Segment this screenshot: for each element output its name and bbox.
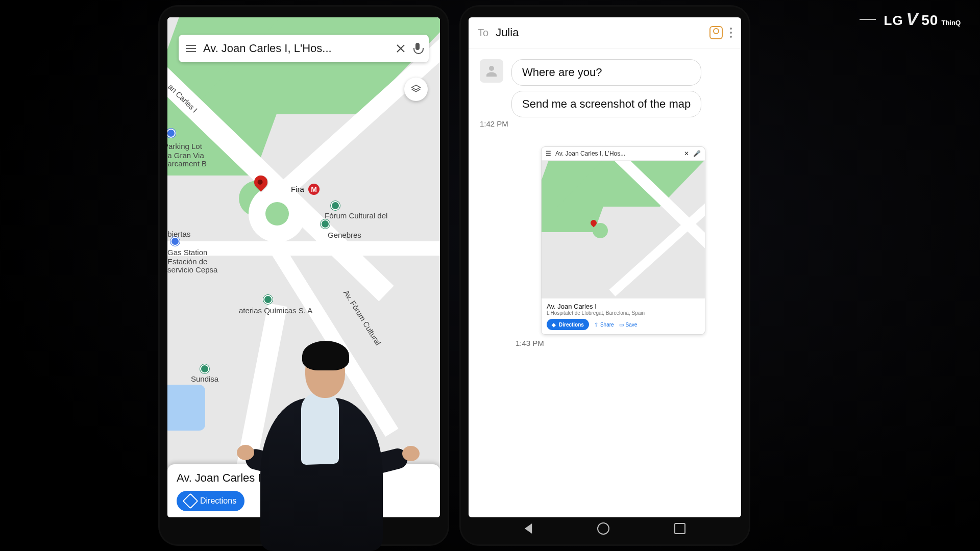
map-water [167,385,205,431]
layers-icon [410,84,422,95]
map-poi-genebres[interactable] [321,219,330,229]
map-road [167,242,440,255]
contact-icon[interactable] [709,26,723,39]
parking-icon [167,129,176,138]
layers-button[interactable] [404,78,428,101]
header-to-label: To [478,27,488,39]
attachment-footer: Av. Joan Carles I L'Hospitalet de Llobre… [542,298,705,334]
attachment-title: Av. Joan Carles I [547,303,700,310]
attachment-subtitle: L'Hospitalet de Llobregat, Barcelona, Sp… [547,310,700,316]
map-poi-gas-sub: Estación de [167,257,207,266]
presenter-hand [237,445,254,460]
attachment-directions-button[interactable]: ◆ Directions [547,319,589,330]
attachment-map [542,161,705,298]
nav-recents-icon[interactable] [674,523,685,534]
message-time: 1:43 PM [516,339,730,347]
map-poi-forum[interactable] [331,201,340,210]
clear-icon[interactable] [395,43,406,54]
metro-icon[interactable]: M [308,184,320,195]
presenter-hair [302,341,349,370]
mic-icon[interactable] [413,43,422,54]
map-poi-parking-label: Parking Lot [167,142,202,151]
map-poi-gas-sub2: servicio Cepsa [167,265,217,274]
map-roundabout-center [265,202,289,226]
attachment-share-button[interactable]: ⇪Share [594,322,614,328]
map-poi-ubiertas-label: ubiertas [167,230,190,238]
header-contact-name[interactable]: Julia [496,26,519,39]
directions-icon: ◆ [552,322,556,328]
poi-icon [263,295,273,304]
map-poi-parking[interactable] [167,129,176,138]
message-bubble[interactable]: Send me a screenshot of the map [511,91,701,117]
presenter-hand [402,446,420,461]
presentation-stage: LG V 50 ThinQ an Carle [0,0,980,551]
map-poi-sundisa[interactable] [200,364,209,373]
attachment-search-bar: ☰ Av. Joan Carles I, L'Hos... ✕ 🎤 [542,147,705,161]
map-poi-sundisa-label: Sundisa [191,374,218,383]
close-icon: ✕ [684,150,689,157]
brand-num: 50 [921,12,938,29]
map-poi-forum-label: Fòrum Cultural del [325,211,387,220]
menu-icon[interactable] [186,43,196,54]
map-pin-label: Fira [291,185,304,193]
poi-icon [200,364,209,373]
nav-bar-right [459,518,750,539]
presenter [225,332,419,551]
map-poi-quimicas-label: aterias Químicas S. A [239,306,312,315]
share-icon: ⇪ [594,322,598,328]
message-bubble[interactable]: Where are you? [511,59,701,86]
message-time: 1:42 PM [480,119,715,128]
nav-back-icon[interactable] [525,523,532,534]
map-poi-genebres-label: Genebres [328,231,361,239]
brand-badge: LG V 50 ThinQ [860,9,961,29]
overflow-icon[interactable] [730,28,732,38]
map-poi-quimicas[interactable] [263,295,273,304]
message-header: To Julia [469,17,741,48]
poi-icon [331,201,340,210]
save-icon: ▭ [619,322,624,328]
attachment-query: Av. Joan Carles I, L'Hos... [555,150,680,157]
search-query[interactable]: Av. Joan Carles I, L'Hos... [203,42,388,55]
presenter-shirt [301,392,339,465]
brand-v: V [906,9,919,29]
mic-icon: 🎤 [693,150,701,157]
nav-home-icon[interactable] [597,522,609,535]
attachment-save-button[interactable]: ▭Save [619,322,638,328]
avatar-icon[interactable] [480,59,503,83]
maps-search-bar[interactable]: Av. Joan Carles I, L'Hos... [179,35,429,62]
phone-right-screen: To Julia Where are you? Send me a screen… [469,17,741,517]
brand-rule [860,19,876,20]
phone-right: To Julia Where are you? Send me a screen… [459,5,750,546]
map-poi-parking-sub: ira Gran Via [167,151,204,160]
map-poi-gas-label: Gas Station [167,248,207,257]
map-poi-parking-sub2: parcament B [167,159,207,168]
brand-lg: LG [884,13,903,29]
map-attachment[interactable]: ☰ Av. Joan Carles I, L'Hos... ✕ 🎤 [541,146,705,335]
poi-icon [321,219,330,229]
directions-icon [182,493,198,509]
brand-thinq: ThinQ [941,19,961,27]
incoming-group: Where are you? Send me a screenshot of t… [480,59,730,117]
message-thread[interactable]: Where are you? Send me a screenshot of t… [469,48,741,517]
